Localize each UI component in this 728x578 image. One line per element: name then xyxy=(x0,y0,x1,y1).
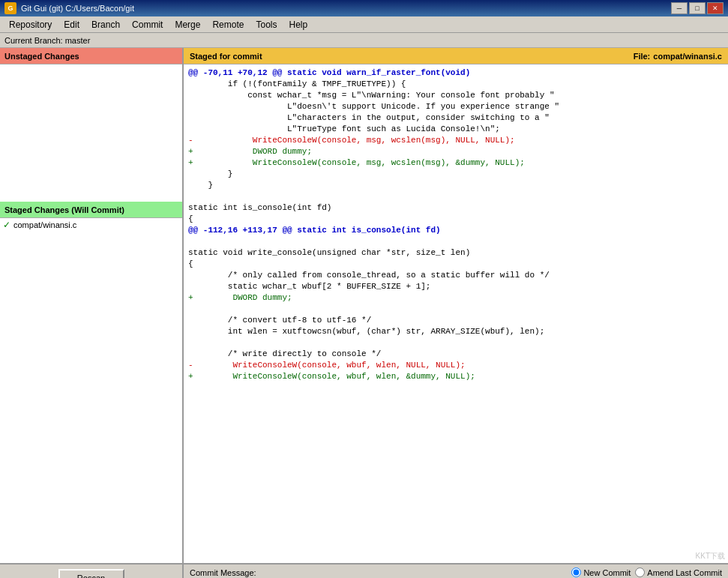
current-branch-label: Current Branch: master xyxy=(4,36,90,45)
staged-section: Staged Changes (Will Commit) ✓ compat/wi… xyxy=(0,202,182,563)
staged-file-name: compat/winansi.c xyxy=(13,220,76,229)
diff-scroll-wrapper[interactable]: @@ -70,11 +70,12 @@ static void warn_if_… xyxy=(184,64,728,563)
diff-line xyxy=(188,304,724,315)
diff-line: int wlen = xutftowcsn(wbuf, (char*) str,… xyxy=(188,326,724,337)
main-content: Unstaged Changes Staged Changes (Will Co… xyxy=(0,48,728,563)
commit-message-label: Commit Message: xyxy=(190,568,256,577)
diff-line: + DWORD dummy; xyxy=(188,146,724,157)
file-label: File: xyxy=(634,52,651,61)
diff-line: @@ -112,16 +113,17 @@ static int is_cons… xyxy=(188,225,724,236)
diff-line xyxy=(188,191,724,202)
diff-line: /* write directly to console */ xyxy=(188,349,724,360)
menu-bar: Repository Edit Branch Commit Merge Remo… xyxy=(0,16,728,33)
amend-last-radio-label[interactable]: Amend Last Commit xyxy=(635,568,722,577)
left-panel: Unstaged Changes Staged Changes (Will Co… xyxy=(0,48,184,563)
staged-for-commit-label: Staged for commit xyxy=(190,52,262,61)
diff-line: static wchar_t wbuf[2 * BUFFER_SIZE + 1]… xyxy=(188,281,724,292)
diff-line: L"doesn\'t support Unicode. If you exper… xyxy=(188,101,724,112)
diff-line: + WriteConsoleW(console, wbuf, wlen, &du… xyxy=(188,371,724,382)
commit-type-radio-group: New Commit Amend Last Commit xyxy=(268,568,722,577)
rescan-button[interactable]: Rescan xyxy=(58,569,124,578)
amend-last-label: Amend Last Commit xyxy=(647,568,722,577)
menu-repository[interactable]: Repository xyxy=(3,18,58,31)
minimize-button[interactable]: ─ xyxy=(671,2,688,14)
unstaged-header: Unstaged Changes xyxy=(0,48,182,64)
diff-line: - WriteConsoleW(console, wbuf, wlen, NUL… xyxy=(188,360,724,371)
staged-header: Staged Changes (Will Commit) xyxy=(0,202,182,218)
diff-line: if (!(fontFamily & TMPF_TRUETYPE)) { xyxy=(188,79,724,90)
new-commit-radio-label[interactable]: New Commit xyxy=(571,568,631,577)
branch-bar: Current Branch: master xyxy=(0,33,728,48)
diff-line: { xyxy=(188,259,724,270)
menu-tools[interactable]: Tools xyxy=(250,18,283,31)
new-commit-label: New Commit xyxy=(583,568,631,577)
menu-branch[interactable]: Branch xyxy=(85,18,126,31)
diff-view: @@ -70,11 +70,12 @@ static void warn_if_… xyxy=(184,64,728,385)
unstaged-section: Unstaged Changes xyxy=(0,48,182,202)
diff-line: L"characters in the output, consider swi… xyxy=(188,112,724,124)
diff-header: Staged for commit File: compat/winansi.c xyxy=(184,48,728,64)
staged-file-item[interactable]: ✓ compat/winansi.c xyxy=(0,218,182,232)
commit-message-header: Commit Message: New Commit Amend Last Co… xyxy=(184,565,728,578)
diff-line: - WriteConsoleW(console, msg, wcslen(msg… xyxy=(188,135,724,146)
menu-edit[interactable]: Edit xyxy=(58,18,85,31)
menu-commit[interactable]: Commit xyxy=(126,18,169,31)
staged-file-list[interactable]: ✓ compat/winansi.c xyxy=(0,218,182,563)
new-commit-radio[interactable] xyxy=(571,568,581,577)
check-icon: ✓ xyxy=(3,220,10,230)
diff-line: const wchar_t *msg = L"\nWarning: Your c… xyxy=(188,90,724,101)
diff-line: /* only called from console_thread, so a… xyxy=(188,270,724,281)
close-button[interactable]: ✕ xyxy=(707,2,724,14)
diff-line xyxy=(188,337,724,349)
menu-remote[interactable]: Remote xyxy=(206,18,250,31)
unstaged-file-list[interactable] xyxy=(0,64,182,202)
diff-line: @@ -70,11 +70,12 @@ static void warn_if_… xyxy=(188,67,724,79)
diff-line xyxy=(188,236,724,247)
diff-line: static void write_console(unsigned char … xyxy=(188,247,724,259)
amend-last-radio[interactable] xyxy=(635,568,645,577)
window-title: Git Gui (git) C:/Users/Bacon/git xyxy=(21,4,671,13)
menu-help[interactable]: Help xyxy=(283,18,313,31)
diff-line: + WriteConsoleW(console, msg, wcslen(msg… xyxy=(188,157,724,169)
diff-line: /* convert utf-8 to utf-16 */ xyxy=(188,315,724,326)
right-panel: Staged for commit File: compat/winansi.c… xyxy=(184,48,728,563)
menu-merge[interactable]: Merge xyxy=(169,18,206,31)
commit-buttons-panel: Rescan Stage Changed Sign Off Commit Pus… xyxy=(0,565,184,578)
title-bar: G Git Gui (git) C:/Users/Bacon/git ─ □ ✕ xyxy=(0,0,728,16)
diff-line: { xyxy=(188,214,724,225)
diff-line: static int is_console(int fd) xyxy=(188,202,724,214)
commit-message-panel: Commit Message: New Commit Amend Last Co… xyxy=(184,565,728,578)
diff-file-name: compat/winansi.c xyxy=(653,52,722,61)
diff-line: } xyxy=(188,180,724,191)
window-controls: ─ □ ✕ xyxy=(671,2,724,14)
app-icon: G xyxy=(4,2,16,14)
watermark: KKT下载 xyxy=(696,551,725,562)
commit-area: Rescan Stage Changed Sign Off Commit Pus… xyxy=(0,563,728,578)
diff-line: } xyxy=(188,169,724,180)
maximize-button[interactable]: □ xyxy=(689,2,706,14)
left-content: Unstaged Changes Staged Changes (Will Co… xyxy=(0,48,182,563)
diff-line: L"TrueType font such as Lucida Console!\… xyxy=(188,124,724,135)
diff-line: + DWORD dummy; xyxy=(188,292,724,304)
